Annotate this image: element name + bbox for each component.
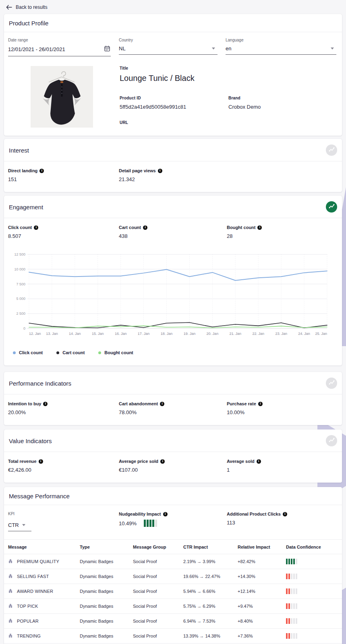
confidence-bar xyxy=(286,559,288,564)
interest-title: Interest xyxy=(9,147,29,154)
type-cell: Dynamic Badges xyxy=(80,634,133,638)
info-icon[interactable] xyxy=(34,225,38,230)
info-icon[interactable] xyxy=(257,459,261,464)
info-icon[interactable] xyxy=(43,402,48,406)
column-header[interactable]: Message Group xyxy=(133,545,183,549)
group-cell: Social Proof xyxy=(133,574,183,579)
stat-label-text: Average price sold xyxy=(119,459,158,464)
badge-icon xyxy=(8,559,13,564)
info-icon[interactable] xyxy=(39,169,44,173)
stat-label-text: Cart count xyxy=(119,225,141,230)
group-cell: Social Proof xyxy=(133,634,183,638)
date-range-input[interactable]: 12/01/2021 - 26/01/2021 xyxy=(8,45,111,56)
x-tick-label: 25. Jan xyxy=(315,332,327,336)
message-cell: PREMIUM QUALITY xyxy=(8,559,80,564)
language-select[interactable]: en xyxy=(226,45,336,55)
confidence-bar xyxy=(293,603,295,609)
info-icon[interactable] xyxy=(143,225,147,230)
trend-icon xyxy=(329,437,335,444)
type-cell: Dynamic Badges xyxy=(80,574,133,579)
stat-label-text: Intention to buy xyxy=(8,401,41,406)
stat-label-text: Purchase rate xyxy=(227,401,256,406)
info-icon[interactable] xyxy=(158,169,162,173)
interest-chart-toggle[interactable] xyxy=(326,144,337,156)
kpi-select[interactable]: CTR xyxy=(8,520,31,531)
info-icon[interactable] xyxy=(39,459,43,464)
nudge-bar xyxy=(152,520,154,527)
nudge-bar xyxy=(155,520,157,527)
relative-impact-cell: +7.36% xyxy=(238,634,286,638)
message-text: SELLING FAST xyxy=(17,574,49,579)
x-tick-label: 24. Jan xyxy=(298,332,310,336)
brand-field: Brand Crobox Demo xyxy=(228,96,338,110)
stat-label: Direct landing xyxy=(8,168,119,173)
product-profile-card: Product Profile Date range 12/01/2021 - … xyxy=(4,14,342,136)
stat: Cart count438 xyxy=(119,225,227,239)
language-field: Language en xyxy=(226,38,338,56)
country-label: Country xyxy=(119,38,218,42)
product-image xyxy=(31,66,93,128)
ctr-impact-cell: 19.66% → 22.47% xyxy=(183,574,238,579)
stat-label-text: Total revenue xyxy=(8,459,37,464)
column-header[interactable]: Type xyxy=(80,545,133,549)
kpi-value: CTR xyxy=(8,522,19,528)
confidence-bar xyxy=(296,618,297,624)
legend-item[interactable]: Cart count xyxy=(56,350,85,355)
table-row[interactable]: AWARD WINNERDynamic BadgesSocial Proof5.… xyxy=(4,584,342,599)
confidence-bar xyxy=(286,588,288,594)
column-header[interactable]: Message xyxy=(8,545,80,549)
stat-label-text: Bought count xyxy=(227,225,255,230)
stat-value: 151 xyxy=(8,176,119,182)
confidence-bar xyxy=(288,618,290,624)
nudgeability-value: 10.49% xyxy=(119,520,137,526)
engagement-title: Engagement xyxy=(9,204,43,211)
calendar-icon[interactable] xyxy=(104,45,110,53)
engagement-chart: 02 5005 0007 50010 00012 50012. Jan13. J… xyxy=(4,246,342,342)
table-row[interactable]: SELLING FASTDynamic BadgesSocial Proof19… xyxy=(4,569,342,584)
confidence-bar xyxy=(288,559,290,564)
info-icon[interactable] xyxy=(160,459,165,464)
stat: Total revenue€2,426.00 xyxy=(8,459,119,473)
group-cell: Social Proof xyxy=(133,559,183,564)
country-select[interactable]: NL xyxy=(119,45,218,55)
y-tick-label: 10 000 xyxy=(14,267,25,271)
stat: Bought count28 xyxy=(227,225,338,239)
info-icon[interactable] xyxy=(257,225,262,230)
date-range-value: 12/01/2021 - 26/01/2021 xyxy=(8,46,65,52)
additional-clicks-stat: Additional Product Clicks 113 xyxy=(227,512,338,531)
legend-item[interactable]: Click count xyxy=(13,350,43,355)
product-profile-title: Product Profile xyxy=(9,20,48,27)
message-text: POPULAR xyxy=(17,619,39,623)
info-icon[interactable] xyxy=(258,402,263,406)
table-row[interactable]: TRENDINGDynamic BadgesSocial Proof13.39%… xyxy=(4,629,342,644)
chevron-down-icon xyxy=(22,524,25,526)
column-header[interactable]: Relative Impact xyxy=(238,545,286,549)
info-icon[interactable] xyxy=(283,512,287,516)
table-row[interactable]: PREMIUM QUALITYDynamic BadgesSocial Proo… xyxy=(4,554,342,569)
info-icon[interactable] xyxy=(160,402,164,406)
relative-impact-cell: +12.14% xyxy=(238,589,286,594)
info-icon[interactable] xyxy=(163,512,168,516)
column-header[interactable]: Data Confidence xyxy=(286,545,342,549)
back-link[interactable]: Back to results xyxy=(4,0,342,14)
stat-label: Average sold xyxy=(227,459,338,464)
y-tick-label: 5 000 xyxy=(16,297,25,301)
stat-value: 10.00% xyxy=(227,409,338,415)
url-field: URL xyxy=(120,120,338,128)
table-header-row: MessageTypeMessage GroupCTR ImpactRelati… xyxy=(4,540,342,554)
legend-label: Bought count xyxy=(104,350,133,355)
performance-indicators-title: Performance Indicators xyxy=(9,380,71,387)
stat-value: 1 xyxy=(227,467,338,473)
table-row[interactable]: TOP PICKDynamic BadgesSocial Proof5.75% … xyxy=(4,599,342,614)
column-header[interactable]: CTR Impact xyxy=(183,545,238,549)
kpi-field: KPI CTR xyxy=(8,512,119,531)
x-tick-label: 15. Jan xyxy=(92,332,104,336)
legend-item[interactable]: Bought count xyxy=(98,350,133,355)
legend-label: Click count xyxy=(19,350,43,355)
engagement-chart-toggle[interactable] xyxy=(326,201,337,213)
value-chart-toggle[interactable] xyxy=(326,435,337,446)
table-row[interactable]: POPULARDynamic BadgesSocial Proof6.94% →… xyxy=(4,614,342,629)
performance-chart-toggle[interactable] xyxy=(326,378,337,389)
badge-icon xyxy=(8,633,13,639)
message-performance-title: Message Performance xyxy=(9,493,70,500)
